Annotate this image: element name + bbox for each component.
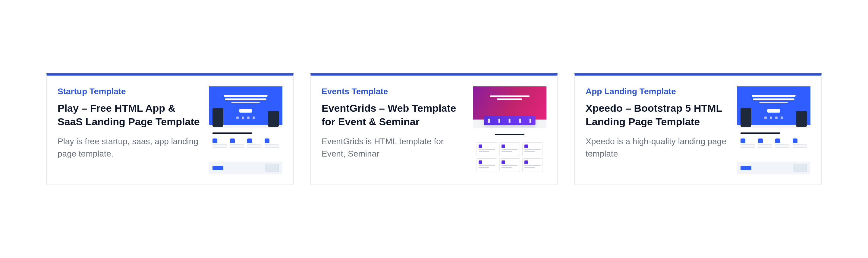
template-card-eventgrids[interactable]: Events Template EventGrids – Web Templat…: [310, 73, 558, 185]
card-thumbnail: [473, 86, 547, 174]
card-description: EventGrids is HTML template for Event, S…: [321, 136, 464, 160]
template-card-xpeedo[interactable]: App Landing Template Xpeedo – Bootstrap …: [575, 73, 822, 185]
card-title: Xpeedo – Bootstrap 5 HTML Landing Page T…: [586, 102, 728, 129]
card-thumbnail: [737, 86, 810, 174]
card-description: Xpeedo is a high-quality landing page te…: [586, 136, 728, 160]
card-title: Play – Free HTML App & SaaS Landing Page…: [58, 102, 200, 129]
template-cards-row: Startup Template Play – Free HTML App & …: [0, 73, 868, 185]
card-description: Play is free startup, saas, app landing …: [58, 136, 200, 160]
card-category: Events Template: [321, 86, 464, 97]
card-category: Startup Template: [58, 86, 200, 97]
card-text: Startup Template Play – Free HTML App & …: [58, 86, 200, 174]
card-thumbnail: [209, 86, 282, 174]
card-text: App Landing Template Xpeedo – Bootstrap …: [586, 86, 728, 174]
card-category: App Landing Template: [586, 86, 728, 97]
card-title: EventGrids – Web Template for Event & Se…: [321, 102, 464, 129]
template-card-play[interactable]: Startup Template Play – Free HTML App & …: [46, 73, 293, 185]
card-text: Events Template EventGrids – Web Templat…: [321, 86, 464, 174]
